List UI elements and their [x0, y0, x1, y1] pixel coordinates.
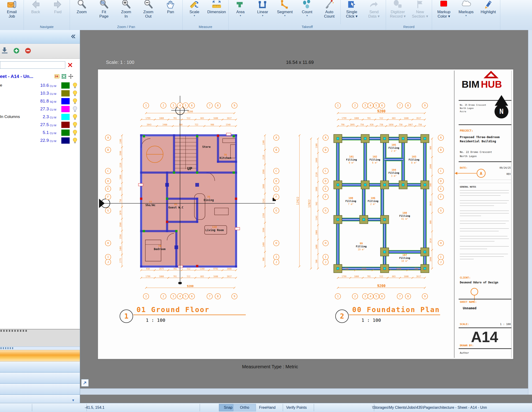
single-click-button[interactable]: SingleClick ▾: [340, 0, 363, 24]
vertical-scrollbar[interactable]: [528, 30, 532, 395]
pan-button[interactable]: Pan: [160, 0, 182, 24]
visibility-bulb-on-icon[interactable]: [72, 113, 78, 120]
search-input[interactable]: [0, 61, 65, 69]
dimension-label: 920: [370, 123, 373, 126]
takeoff-item-row[interactable]: 22.9CU M: [0, 137, 80, 144]
general-notes-label: GENERAL NOTES: [460, 186, 476, 188]
dimension-label: 512: [187, 117, 190, 119]
visibility-bulb-on-icon[interactable]: [72, 121, 78, 128]
markup-color-button[interactable]: MarkupColor ▾: [433, 0, 455, 24]
grid-bubble: 9: [234, 295, 235, 298]
takeoff-item-row[interactable]: e10.6CU M: [0, 81, 80, 89]
grid-bubble: 7: [399, 104, 400, 107]
takeoff-item-row[interactable]: 10.3CU M: [0, 89, 80, 97]
takeoff-item-row[interactable]: 81.8SQ M: [0, 97, 80, 105]
room-name: Filling: [389, 171, 399, 174]
markup-color-icon: [438, 0, 449, 10]
zoom-button[interactable]: Zoom: [71, 0, 93, 24]
takeoff-color-chip[interactable]: [61, 90, 70, 96]
layers-grid-icon[interactable]: [61, 74, 67, 79]
dimension-label: 1000: [315, 187, 318, 191]
send-data-label: SendData ▾: [368, 10, 380, 19]
panel-bar-3[interactable]: [0, 384, 80, 395]
takeoff-item-row[interactable]: 27.5CU M: [0, 121, 80, 129]
takeoff-color-chip[interactable]: [61, 137, 70, 144]
dimension-label: 1867: [408, 123, 413, 126]
takeoff-item-row[interactable]: 27.3CU M: [0, 105, 80, 113]
dimension-label: 700: [179, 123, 182, 126]
anchor-icon[interactable]: [54, 74, 60, 79]
fit-page-button[interactable]: FitPage: [93, 0, 115, 24]
clear-search-icon[interactable]: [67, 62, 73, 68]
selected-panel-bar[interactable]: [0, 350, 80, 361]
chevron-down-icon[interactable]: ▼: [72, 398, 75, 402]
expand-view-button[interactable]: [81, 379, 89, 386]
email-job-button[interactable]: EmailJob: [1, 0, 23, 24]
takeoff-item-row[interactable]: 5.1CU M: [0, 129, 80, 137]
grid-bubble: 4: [370, 104, 371, 107]
import-takeoff-icon[interactable]: [1, 47, 9, 56]
email-job-label: EmailJob: [7, 10, 17, 19]
scale-button[interactable]: Scale▾: [183, 0, 206, 24]
sheet-name-label: SHEET NAME:: [460, 300, 477, 303]
count-button[interactable]: Count▾: [296, 0, 318, 24]
dimension-label: 3500: [119, 222, 122, 227]
takeoff-tree-header[interactable]: eet - A14 - Un...: [0, 71, 80, 81]
add-item-icon[interactable]: [12, 47, 20, 56]
drawing-canvas[interactable]: Scale: 1 : 100 16.54 x 11.69 Store76Kitc…: [80, 30, 532, 403]
zoom-out-button[interactable]: ZoomOut: [137, 0, 160, 24]
view-number: 1: [124, 312, 128, 320]
statusbar-cell-left2: [28, 404, 87, 411]
panel-splitter[interactable]: [0, 346, 80, 350]
room-number: 102: [372, 155, 377, 158]
remove-item-icon[interactable]: [24, 47, 32, 56]
zoom-in-button[interactable]: ZoomIn: [115, 0, 137, 24]
area-button[interactable]: Area▾: [229, 0, 252, 24]
status-bar: -41.5, 154.1SnapOrthoFreeHandVerify Poin…: [0, 403, 532, 412]
segment-button[interactable]: Segment▾: [274, 0, 296, 24]
grid-bubble: D: [325, 179, 326, 183]
dimension-label: 1242: [315, 215, 318, 220]
panel-bar-1[interactable]: [0, 361, 80, 373]
digitizer-record-icon: [392, 0, 403, 10]
collapse-sidebar-icon[interactable]: [70, 33, 76, 40]
grid-bubble: B: [107, 148, 109, 151]
highlight-button[interactable]: Highlight: [477, 0, 499, 24]
visibility-bulb-on-icon[interactable]: [72, 90, 78, 97]
panel-bar-2[interactable]: [0, 373, 80, 384]
visibility-bulb-on-icon[interactable]: [72, 82, 78, 89]
dimension-label: 2843: [147, 123, 151, 126]
takeoff-item-unit: CU M: [49, 91, 60, 95]
grid-bubble: E: [275, 187, 277, 190]
horizontal-scrollbar[interactable]: [80, 388, 528, 395]
markups-label: Markups▾: [458, 10, 474, 17]
dimension-button[interactable]: Dimension: [206, 0, 228, 24]
takeoff-color-chip[interactable]: [61, 114, 70, 120]
toggle-freehand[interactable]: FreeHand: [252, 404, 283, 411]
visibility-bulb-on-icon[interactable]: [72, 129, 78, 136]
dimension-label: 750: [414, 268, 418, 270]
move-crosshair-icon[interactable]: [68, 74, 74, 79]
room-number: 108: [402, 211, 407, 215]
takeoff-color-chip[interactable]: [61, 106, 70, 112]
visibility-bulb-on-icon[interactable]: [72, 137, 78, 144]
panel-grip[interactable]: [0, 330, 28, 332]
auto-count-button[interactable]: AutoCount: [318, 0, 340, 24]
single-click-label: SingleClick ▾: [346, 10, 358, 19]
drawing-sheet[interactable]: Store76Kitchen75Dining77Sho/Wc81Guest W.…: [97, 69, 514, 359]
grid-bubble: H: [325, 242, 326, 245]
takeoff-color-chip[interactable]: [61, 122, 70, 128]
visibility-bulb-on-icon[interactable]: [72, 98, 78, 104]
dimension-label: 750: [380, 268, 383, 270]
takeoff-color-chip[interactable]: [61, 130, 70, 136]
takeoff-item-row[interactable]: In Columns2.3CU M: [0, 113, 80, 121]
linear-button[interactable]: Linear▾: [252, 0, 274, 24]
markups-button[interactable]: Markups▾: [455, 0, 477, 24]
markups-icon: [461, 0, 471, 10]
view-title: 00 Foundation Plan: [352, 306, 440, 314]
new-section-button: NewSection ▾: [409, 0, 431, 24]
grid-bubble: 8: [407, 104, 409, 107]
takeoff-color-chip[interactable]: [61, 82, 70, 89]
takeoff-color-chip[interactable]: [61, 98, 70, 104]
visibility-bulb-off-icon[interactable]: [72, 105, 78, 112]
